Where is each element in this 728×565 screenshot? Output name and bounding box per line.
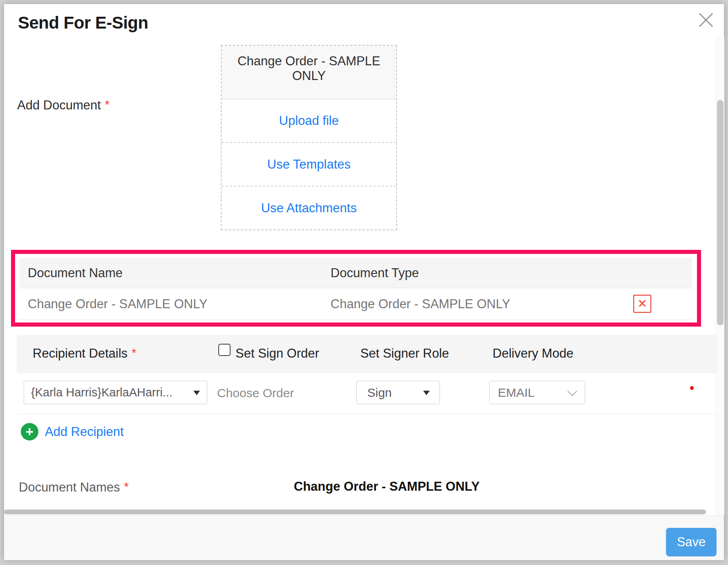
- signer-role-value: Sign: [357, 386, 392, 400]
- delivery-mode-label: Delivery Mode: [493, 346, 573, 361]
- horizontal-scrollbar-thumb[interactable]: [4, 509, 706, 514]
- table-row: Change Order - SAMPLE ONLY Change Order …: [19, 288, 692, 320]
- use-templates-link[interactable]: Use Templates: [222, 142, 396, 186]
- set-sign-order-label: Set Sign Order: [235, 346, 319, 361]
- set-signer-role-label: Set Signer Role: [360, 346, 449, 361]
- delivery-mode-select[interactable]: EMAIL: [489, 381, 585, 404]
- save-button[interactable]: Save: [666, 528, 717, 556]
- document-names-label: Document Names*: [19, 480, 129, 495]
- send-for-esign-dialog: Send For E-Sign Add Document* Change Ord…: [4, 4, 724, 560]
- required-asterisk: *: [132, 346, 136, 359]
- recipient-row: {Karla Harris}KarlaAHarri... Choose Orde…: [17, 373, 716, 414]
- required-asterisk: *: [124, 480, 129, 493]
- add-recipient-button[interactable]: + Add Recipient: [21, 423, 124, 440]
- signer-role-select[interactable]: Sign: [356, 381, 440, 404]
- plus-glyph: +: [26, 425, 33, 438]
- chevron-down-icon: [567, 386, 577, 396]
- selected-document-name: Change Order - SAMPLE ONLY: [222, 46, 396, 99]
- document-names-label-text: Document Names: [19, 480, 120, 494]
- close-icon[interactable]: [695, 10, 717, 31]
- recipient-select-value: {Karla Harris}KarlaAHarri...: [24, 386, 173, 399]
- plus-circle-icon: +: [21, 423, 38, 440]
- use-attachments-link[interactable]: Use Attachments: [222, 186, 396, 229]
- delivery-mode-value: EMAIL: [490, 386, 535, 400]
- column-header-document-name: Document Name: [19, 266, 331, 280]
- caret-down-icon: [193, 391, 200, 395]
- recipient-details-label: Recipient Details*: [33, 346, 136, 361]
- delete-x-icon: ✕: [638, 298, 647, 309]
- documents-table-highlight: Document Name Document Type Change Order…: [11, 250, 701, 327]
- caret-down-icon: [423, 391, 430, 395]
- choose-order-placeholder: Choose Order: [217, 386, 294, 400]
- required-asterisk: *: [105, 98, 109, 111]
- recipient-header-row: Recipient Details* Set Sign Order Set Si…: [17, 335, 716, 373]
- column-header-document-type: Document Type: [331, 266, 692, 280]
- recipient-details-label-text: Recipient Details: [33, 346, 128, 360]
- remove-document-button[interactable]: ✕: [633, 295, 651, 313]
- add-document-box: Change Order - SAMPLE ONLY Upload file U…: [221, 45, 397, 230]
- add-document-label: Add Document*: [17, 98, 109, 113]
- add-document-label-text: Add Document: [17, 98, 101, 112]
- upload-file-link[interactable]: Upload file: [222, 99, 396, 142]
- recipient-select[interactable]: {Karla Harris}KarlaAHarri...: [24, 381, 207, 404]
- vertical-scrollbar-track[interactable]: [716, 37, 724, 515]
- documents-table: Document Name Document Type Change Order…: [19, 258, 692, 320]
- close-x-glyph: [697, 11, 715, 29]
- document-names-value: Change Order - SAMPLE ONLY: [294, 479, 479, 494]
- vertical-scrollbar-thumb[interactable]: [717, 100, 724, 325]
- dialog-title: Send For E-Sign: [18, 13, 148, 33]
- document-name-cell: Change Order - SAMPLE ONLY: [19, 297, 331, 311]
- add-recipient-label: Add Recipient: [45, 425, 124, 439]
- set-sign-order-checkbox[interactable]: [218, 344, 231, 356]
- required-dot-indicator: [690, 386, 694, 390]
- dialog-footer: Save: [4, 515, 724, 560]
- documents-table-header: Document Name Document Type: [19, 258, 692, 288]
